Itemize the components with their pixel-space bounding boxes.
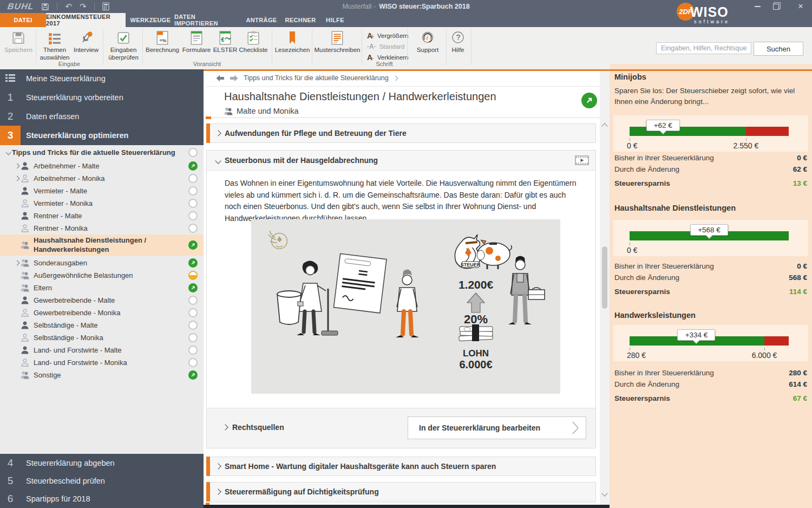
breadcrumb-label[interactable]: Tipps und Tricks für die aktuelle Steuer… [244,74,389,82]
speichern-button[interactable]: Speichern [3,29,34,68]
scroll-down-icon[interactable] [601,490,607,496]
back-arrow-icon[interactable] [215,75,225,82]
hilfe-button[interactable]: ? Hilfe [446,29,470,68]
slider-min-label: 0 € [627,246,637,255]
sidebar-step-2[interactable]: 2 Daten erfassen [0,107,204,126]
tab-einkommensteuer-2017[interactable]: EINKOMMENSTEUER 2017 [46,13,126,27]
slider-min-tick [630,348,630,350]
tree-item-eltern[interactable]: Eltern [0,282,204,294]
forward-arrow-icon[interactable] [230,75,239,82]
tree-item-aussergewoehnliche-belastungen[interactable]: Außergewöhnliche Belastungen [0,269,204,282]
slider-tooltip[interactable]: +568 € [690,224,728,236]
person-outline-icon [21,224,29,232]
person-group-icon [21,259,29,267]
tree-item-tipps-und-tricks[interactable]: Tipps und Tricks für die aktuelle Steuer… [0,146,204,159]
tab-antraege[interactable]: ANTRÄGE [244,13,279,27]
chevron-down-icon[interactable] [4,151,12,154]
page-subtitle: Malte und Monika [224,107,298,115]
tab-rechner[interactable]: RECHNER [283,13,318,27]
redo-icon[interactable]: ↷ [80,0,87,13]
accordion-aufwendungen-pflege-tiere[interactable]: Aufwendungen für Pflege und Betreuung de… [206,123,596,143]
accordion-dichtigkeitspruefung[interactable]: Steuerermäßigung auf Dichtigkeitsprüfung [206,482,596,502]
edit-in-tax-return-button[interactable]: In der Steuererklärung bearbeiten [408,416,586,439]
scrollbar-thumb[interactable] [602,246,607,309]
chevron-right-icon [216,490,220,494]
chevron-right-icon[interactable] [13,261,21,265]
tree-item-vermieter-monika[interactable]: Vermieter - Monika [0,197,204,210]
section-description: Sparen Sie los: Der Steuerschieber zeigt… [614,86,806,107]
slider-red-track[interactable] [746,127,789,136]
slider-min-tick [630,138,630,141]
sidebar-step-3-active[interactable]: 3 Steuererklärung optimieren [0,126,204,145]
tree-item-gewerbetreibende-monika[interactable]: Gewerbetreibende - Monika [0,307,204,319]
tree-item-arbeitnehmer-monika[interactable]: Arbeitnehmer - Monika [0,172,204,185]
vergroessern-button[interactable]: A+ Vergrößern [367,31,409,41]
status-circle-empty [188,148,198,157]
ribbon-separator [142,29,143,65]
row-bisher: Bisher in Ihrer Steuererklärung280 € [614,367,807,378]
slider-tooltip[interactable]: +334 € [678,329,716,341]
rechtsquellen-link[interactable]: Rechtsquellen [223,423,284,432]
bookmark-icon [286,29,298,45]
svg-text:i: i [427,35,428,41]
sidebar-step-5[interactable]: 5 Steuerbescheid prüfen [0,472,204,490]
divider [211,118,600,118]
status-circle-done [188,258,198,268]
lesezeichen-button[interactable]: Lesezeichen [274,29,310,68]
slider-red-track[interactable] [764,336,789,346]
video-icon[interactable] [575,155,589,168]
tree-item-rentner-monika[interactable]: Rentner - Monika [0,222,204,235]
musterschreiben-button[interactable]: Musterschreiben [314,29,361,68]
restore-button[interactable] [767,0,785,13]
status-circle-empty [188,321,198,330]
accordion-smart-home[interactable]: Smart Home - Wartung digitaler Haushalts… [206,457,596,476]
sidebar-step-4[interactable]: 4 Steuererklärung abgeben [0,454,204,472]
accordion-steuerbonus-header[interactable]: Steuerbonus mit der Hausgeldabrechnung [207,151,595,171]
chevron-right-icon[interactable] [13,164,21,168]
tree-item-selbstaendige-malte[interactable]: Selbständige - Malte [0,319,204,331]
tree-item-land-forstwirte-malte[interactable]: Land- und Forstwirte - Malte [0,344,204,356]
slider-tooltip[interactable]: +62 € [646,120,680,131]
support-button[interactable]: i Support [412,29,443,68]
sidebar-item-meine-steuererklaerung[interactable]: Meine Steuererklärung [0,69,204,88]
tree-item-sonstige[interactable]: Sonstige [0,369,204,381]
question-mark-icon: ? [450,29,466,45]
tab-daten-importieren[interactable]: DATEN IMPORTIEREN [174,13,239,27]
main-scrollbar[interactable] [600,71,610,505]
tree-item-rentner-malte[interactable]: Rentner - Malte [0,210,204,222]
accordion-footer: Rechtsquellen In der Steuererklärung bea… [207,408,595,448]
tree-item-selbstaendige-monika[interactable]: Selbständige - Monika [0,331,204,344]
status-circle-done [188,283,198,292]
row-steuerersparnis: Steuerersparnis13 € [614,178,807,188]
tax-slider[interactable]: +568 € 0 € [630,231,789,240]
tree-item-land-forstwirte-monika[interactable]: Land- und Forstwirte - Monika [0,356,204,369]
buhl-logo: BUHL [7,2,35,11]
sidebar-step-6[interactable]: 6 Spartipps für 2018 [0,490,204,508]
person-outline-icon [21,359,29,367]
tree-item-sonderausgaben[interactable]: Sonderausgaben [0,257,204,269]
standard-button[interactable]: ·A· Standard [367,42,404,51]
search-input[interactable] [656,42,751,54]
tree-item-haushaltsnahe-dienstleistungen-selected[interactable]: Haushaltsnahe Dienstleistungen / Handwer… [0,235,204,256]
sidebar-step-1[interactable]: 1 Steuererklärung vorbereiten [0,88,204,107]
wiso-software-label: software [694,19,730,24]
tab-hilfe[interactable]: HILFE [322,13,349,27]
tree-item-arbeitnehmer-malte[interactable]: Arbeitnehmer - Malte [0,160,204,172]
person-filled-icon [21,162,29,170]
tab-werkzeuge[interactable]: WERKZEUGE [130,13,171,27]
close-button[interactable]: × [791,0,810,13]
chevron-right-icon[interactable] [13,177,21,180]
quick-save-icon[interactable] [41,0,49,13]
tax-slider[interactable]: +334 € 280 € 6.000 € [630,336,789,346]
topics-list-icon [48,29,62,45]
calculator-icon[interactable] [102,0,109,13]
person-group-icon [21,371,29,379]
scroll-up-icon[interactable] [601,123,607,129]
tree-item-gewerbetreibende-malte[interactable]: Gewerbetreibende - Malte [0,294,204,307]
eingaben-ueberpruefen-button[interactable]: Eingaben überprüfen [106,29,141,68]
undo-icon[interactable]: ↶ [65,0,72,13]
tax-slider[interactable]: +62 € 0 € 2.550 € [630,127,789,136]
tree-item-vermieter-malte[interactable]: Vermieter - Malte [0,185,204,197]
tab-datei[interactable]: DATEI [0,13,46,27]
search-button[interactable]: Suchen [754,42,803,56]
